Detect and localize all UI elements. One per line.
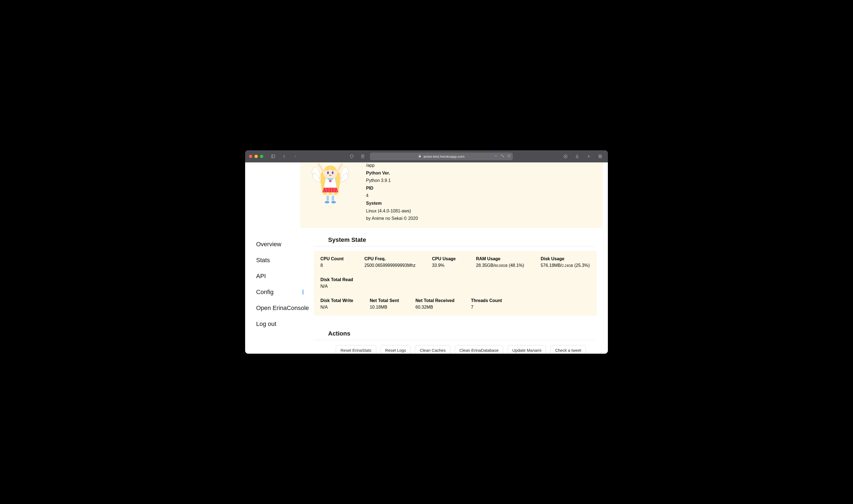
metric-label: Threads Count <box>471 298 502 303</box>
metric: CPU Count8 <box>321 256 348 268</box>
tab-overview-icon[interactable] <box>596 152 604 160</box>
system-state-title: System State <box>314 235 594 247</box>
new-tab-icon[interactable] <box>585 152 593 160</box>
back-button[interactable] <box>280 152 288 160</box>
titlebar: anise-test.herokuapp.com <box>245 150 608 162</box>
system-info-text: /app Python Ver. Python 3.9.1 PID 4 Syst… <box>366 162 597 223</box>
python-version-value: Python 3.9.1 <box>366 178 391 183</box>
lock-icon <box>418 155 421 159</box>
metric: Net Total Sent10.18MB <box>369 298 399 310</box>
page-main: System State CPU Count8CPU Freq.2500.065… <box>314 235 597 354</box>
reader-icon[interactable] <box>359 152 367 160</box>
svg-point-15 <box>332 172 333 174</box>
share-icon[interactable] <box>573 152 581 160</box>
downloads-icon[interactable] <box>562 152 569 160</box>
pid-label: PID <box>366 186 374 191</box>
system-info-panel: /app Python Ver. Python 3.9.1 PID 4 Syst… <box>300 162 603 228</box>
metric-value: N/A <box>321 284 353 289</box>
system-state-panel: CPU Count8CPU Freq.2500.0659999999993Mhz… <box>314 251 597 316</box>
sidebar-item-open-erinaconsole[interactable]: Open ErinaConsole <box>256 300 311 316</box>
svg-point-16 <box>329 180 332 182</box>
action-button-reset-logs[interactable]: Reset Logs <box>381 345 411 354</box>
close-window-button[interactable] <box>249 155 252 158</box>
mascot-image <box>306 162 355 206</box>
actions-title: Actions <box>314 328 594 340</box>
window-controls <box>249 155 263 158</box>
page-content: /app Python Ver. Python 3.9.1 PID 4 Syst… <box>245 162 608 354</box>
metric-label: Disk Usage <box>541 256 590 262</box>
sidebar-item-stats[interactable]: Stats <box>256 252 311 268</box>
metric: Net Total Received60.32MB <box>416 298 455 310</box>
svg-point-22 <box>331 201 336 203</box>
metric-value: 8 <box>321 263 348 268</box>
sidebar-item-config[interactable]: Config <box>256 284 311 300</box>
svg-rect-19 <box>326 196 329 201</box>
python-version-label: Python Ver. <box>366 170 390 175</box>
minimize-window-button[interactable] <box>254 155 258 158</box>
metric-value: 28.35GB/60.00GB (48.1%) <box>476 263 524 268</box>
svg-rect-12 <box>599 156 602 158</box>
action-button-clean-erinadatabase[interactable]: Clean ErinaDatabase <box>455 345 504 354</box>
metric: Disk Usage576.18MB/2.24GB (25.3%) <box>541 256 590 268</box>
app-path-value: /app <box>366 163 375 168</box>
metric-label: Disk Total Read <box>321 277 353 282</box>
reload-icon[interactable] <box>507 154 511 159</box>
svg-rect-0 <box>272 155 275 158</box>
metric: Disk Total ReadN/A <box>321 277 353 289</box>
credit-text: by Anime no Sekai © 2020 <box>366 216 418 221</box>
action-button-reset-erinastats[interactable]: Reset ErinaStats <box>336 345 376 354</box>
metric-label: Net Total Received <box>416 298 455 303</box>
metric: Disk Total WriteN/A <box>321 298 353 310</box>
metric-value: 10.18MB <box>369 305 399 310</box>
svg-rect-11 <box>599 155 601 157</box>
system-label: System <box>366 201 382 205</box>
metric-value: 576.18MB/2.24GB (25.3%) <box>541 263 590 268</box>
svg-point-14 <box>327 172 329 174</box>
actions-row-1: Reset ErinaStatsReset LogsClean CachesCl… <box>314 340 597 354</box>
sidebar-item-overview[interactable]: Overview <box>256 236 311 252</box>
metric: Threads Count7 <box>471 298 502 310</box>
svg-rect-20 <box>332 196 334 201</box>
metric-value: N/A <box>321 305 353 310</box>
metric-label: Disk Total Write <box>321 298 353 303</box>
metric-value: 60.32MB <box>416 305 455 310</box>
system-value: Linux (4.4.0-1081-aws) <box>366 209 411 213</box>
svg-rect-2 <box>362 155 364 158</box>
metric-value: 33.9% <box>432 263 459 268</box>
svg-point-21 <box>325 201 329 203</box>
metric-value: 2500.0659999999993Mhz <box>364 263 416 268</box>
forward-button[interactable] <box>291 152 299 160</box>
address-bar[interactable]: anise-test.herokuapp.com <box>370 152 513 160</box>
browser-window: anise-test.herokuapp.com <box>245 150 608 354</box>
shield-icon[interactable] <box>348 152 356 160</box>
metric-value: 7 <box>471 305 502 310</box>
url-text: anise-test.herokuapp.com <box>423 155 465 159</box>
sidebar-nav: Overview Stats API Config Open ErinaCons… <box>256 235 311 354</box>
action-button-check-a-tweet[interactable]: Check a tweet <box>550 345 586 354</box>
main-area: Overview Stats API Config Open ErinaCons… <box>245 228 608 354</box>
metric-label: Net Total Sent <box>369 298 399 303</box>
metrics-row-2: Disk Total WriteN/ANet Total Sent10.18MB… <box>321 298 590 310</box>
fullscreen-window-button[interactable] <box>260 155 263 158</box>
metrics-row-1: CPU Count8CPU Freq.2500.0659999999993Mhz… <box>321 256 590 289</box>
sidebar-item-log-out[interactable]: Log out <box>256 316 311 332</box>
sound-icon[interactable] <box>494 154 498 159</box>
metric-label: CPU Freq. <box>364 256 416 262</box>
translate-icon[interactable] <box>501 154 504 159</box>
metric-label: CPU Count <box>321 256 348 262</box>
metric: CPU Usage33.9% <box>432 256 459 268</box>
pid-value: 4 <box>366 193 368 198</box>
metric: RAM Usage28.35GB/60.00GB (48.1%) <box>476 256 524 268</box>
sidebar-toggle-icon[interactable] <box>269 152 277 160</box>
metric: CPU Freq.2500.0659999999993Mhz <box>364 256 416 268</box>
sidebar-item-api[interactable]: API <box>256 268 311 284</box>
action-button-clean-caches[interactable]: Clean Caches <box>415 345 450 354</box>
metric-label: CPU Usage <box>432 256 459 262</box>
metric-label: RAM Usage <box>476 256 524 262</box>
action-button-update-manami[interactable]: Update Manami <box>508 345 546 354</box>
